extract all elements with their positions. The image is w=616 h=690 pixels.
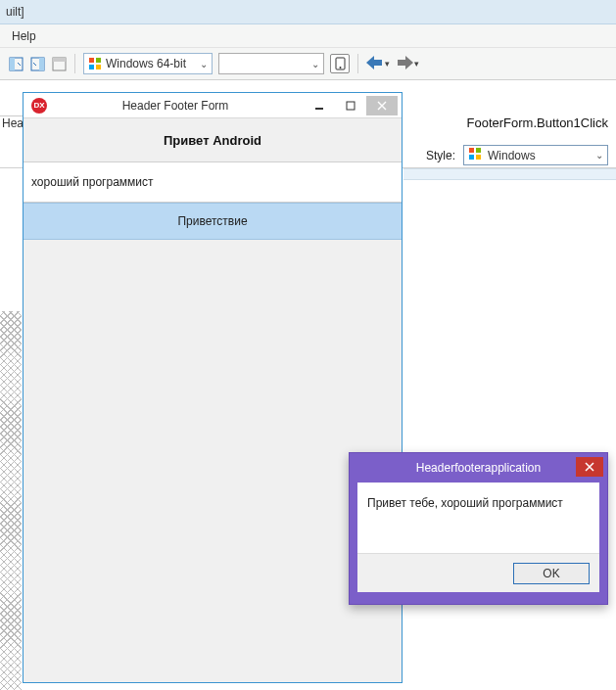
minimize-icon: [314, 101, 324, 111]
greet-button-label: Приветствие: [177, 214, 247, 228]
windows-icon: [468, 147, 482, 163]
name-input-wrapper: [24, 161, 402, 203]
name-input[interactable]: [24, 161, 402, 203]
window-maximize-button[interactable]: [335, 96, 366, 115]
function-name: FooterForm.Button1Click: [467, 115, 609, 130]
dialog-footer: OK: [357, 553, 599, 592]
app-window: DX Header Footer Form Привет Android При…: [23, 92, 403, 683]
design-grid-hatch: [0, 311, 22, 690]
title-bar-remnant: uilt]: [0, 0, 616, 24]
chevron-down-icon: ⌄: [311, 59, 319, 69]
svg-rect-12: [469, 148, 474, 153]
layout-icon-1[interactable]: [8, 56, 24, 71]
svg-rect-17: [347, 102, 355, 110]
svg-rect-15: [476, 155, 481, 160]
toolbar-separator: [357, 54, 358, 73]
device-button[interactable]: [330, 54, 350, 73]
close-icon: [377, 101, 387, 111]
dropdown-icon: ▾: [385, 59, 390, 69]
svg-rect-5: [53, 58, 66, 62]
chevron-down-icon: ⌄: [595, 150, 603, 161]
ok-button-label: OK: [543, 567, 559, 580]
left-tab-fragment[interactable]: Hea: [0, 115, 24, 133]
window-minimize-button[interactable]: [304, 96, 335, 115]
svg-rect-7: [96, 58, 101, 63]
svg-rect-16: [315, 108, 323, 110]
style-label: Style:: [426, 149, 455, 162]
nav-back[interactable]: ▾: [366, 56, 390, 72]
svg-rect-3: [39, 58, 44, 70]
arrow-right-icon: [396, 56, 413, 72]
ok-button[interactable]: OK: [513, 563, 590, 584]
svg-rect-1: [10, 58, 15, 70]
header-label: Привет Android: [24, 118, 402, 161]
device-select[interactable]: ⌄: [218, 53, 324, 74]
dialog-titlebar[interactable]: Headerfooterapplication: [350, 453, 607, 483]
dialog-close-button[interactable]: [576, 457, 603, 477]
platform-select[interactable]: Windows 64-bit ⌄: [83, 53, 213, 74]
style-select[interactable]: Windows ⌄: [463, 145, 608, 165]
toolbar-separator: [74, 54, 75, 73]
maximize-icon: [346, 101, 355, 111]
dialog-body: Привет тебе, хороший программист OK: [357, 483, 599, 592]
svg-point-11: [339, 67, 341, 69]
window-close-button[interactable]: [366, 96, 398, 115]
style-value: Windows: [488, 149, 536, 162]
build-label: uilt]: [6, 5, 24, 19]
window-title: Header Footer Form: [47, 99, 304, 113]
window-titlebar[interactable]: DX Header Footer Form: [24, 93, 402, 118]
dropdown-icon: ▾: [414, 59, 419, 69]
svg-rect-13: [476, 148, 481, 153]
svg-rect-9: [96, 65, 101, 69]
svg-rect-8: [89, 65, 94, 69]
arrow-left-icon: [366, 56, 384, 72]
app-icon: DX: [31, 98, 47, 114]
message-dialog: Headerfooterapplication Привет тебе, хор…: [349, 452, 608, 605]
windows-icon: [88, 57, 102, 70]
dialog-message: Привет тебе, хороший программист: [357, 483, 599, 553]
main-toolbar: Windows 64-bit ⌄ ⌄ ▾ ▾: [0, 47, 616, 80]
nav-forward[interactable]: ▾: [396, 56, 419, 72]
menu-help[interactable]: Help: [8, 27, 40, 45]
layout-icon-3[interactable]: [51, 56, 67, 71]
context-bottom-strip: [403, 168, 616, 180]
close-icon: [585, 462, 594, 472]
phone-icon: [335, 57, 346, 70]
platform-label: Windows 64-bit: [106, 57, 186, 70]
svg-rect-14: [469, 155, 474, 160]
menu-bar: Help: [0, 24, 616, 47]
greet-button[interactable]: Приветствие: [24, 203, 402, 240]
layout-icon-2[interactable]: [29, 56, 45, 71]
svg-rect-6: [89, 58, 94, 63]
chevron-down-icon: ⌄: [200, 59, 208, 69]
form-body: Привет Android Приветствие: [24, 118, 402, 240]
dialog-title: Headerfooterapplication: [416, 461, 541, 475]
